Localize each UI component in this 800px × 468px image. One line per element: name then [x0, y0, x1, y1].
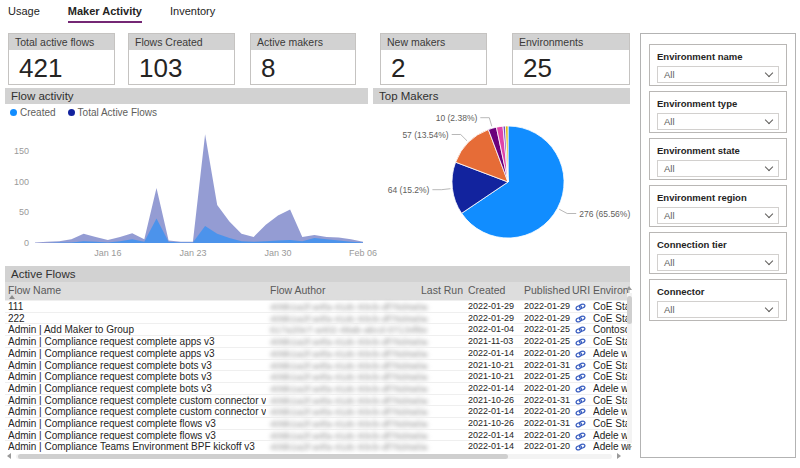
filter-card: Environment region All	[649, 185, 787, 227]
kpi-value: 25	[513, 50, 629, 82]
filter-selected-value: All	[664, 210, 675, 221]
legend-item-created[interactable]: Created	[10, 107, 56, 118]
filter-dropdown[interactable]: All	[657, 301, 779, 318]
legend-dot-created	[10, 109, 17, 116]
legend-label: Total Active Flows	[78, 107, 157, 118]
col-last-run[interactable]: Last Run	[411, 284, 463, 296]
link-icon	[575, 337, 586, 347]
filter-label: Connector	[650, 280, 786, 297]
chevron-down-icon	[765, 257, 773, 265]
link-icon	[575, 419, 586, 429]
col-uri[interactable]: URI	[572, 284, 592, 296]
top-makers-pie-chart[interactable]: 276 (65.56%)64 (15.2%)57 (13.54%)10 (2.3…	[373, 104, 630, 258]
table-row[interactable]: 222 409b1a2f-a4fa-41dc-93cb-df76d4a0acc8…	[5, 312, 630, 324]
uri-link-icon[interactable]	[575, 441, 589, 453]
link-icon	[575, 384, 586, 394]
svg-text:10 (2.38%): 10 (2.38%)	[436, 113, 478, 123]
kpi-card: Environments 25	[512, 33, 630, 85]
col-flow-name[interactable]: Flow Name	[8, 284, 208, 296]
table-row[interactable]: Admin | Compliance request complete apps…	[5, 347, 630, 359]
chevron-down-icon	[765, 116, 773, 124]
table-row[interactable]: 111 409b1a2f-a4fa-41dc-93cb-df76d4a0acc8…	[5, 300, 630, 312]
filter-pane: Environment name All Environment type Al…	[640, 33, 796, 458]
legend-item-total-active-flows[interactable]: Total Active Flows	[68, 107, 157, 118]
filter-label: Connection tier	[650, 233, 786, 250]
tab-usage[interactable]: Usage	[8, 5, 40, 23]
table-row[interactable]: Admin | Compliance request complete bots…	[5, 359, 630, 371]
table-row[interactable]: Admin | Compliance request complete cust…	[5, 405, 630, 417]
report-tab-bar: Usage Maker Activity Inventory	[8, 5, 215, 23]
chevron-down-icon	[765, 69, 773, 77]
table-scroll-up-icon[interactable]	[626, 286, 632, 290]
table-row[interactable]: Admin | Add Maker to Group 617a20e7-a402…	[5, 323, 630, 335]
table-row[interactable]: Admin | Compliance request complete flow…	[5, 429, 630, 441]
svg-text:57 (13.54%): 57 (13.54%)	[402, 130, 448, 140]
kpi-card: Active makers 8	[250, 33, 356, 85]
filter-dropdown[interactable]: All	[657, 254, 779, 271]
table-scroll-down-icon[interactable]	[626, 446, 632, 450]
table-row[interactable]: Admin | Compliance request complete bots…	[5, 370, 630, 382]
filter-dropdown[interactable]: All	[657, 66, 779, 83]
svg-text:Jan 30: Jan 30	[264, 248, 291, 258]
published-cell: 2022-01-20	[524, 441, 576, 453]
svg-text:64 (15.2%): 64 (15.2%)	[388, 185, 430, 195]
link-icon	[575, 396, 586, 406]
top-makers-panel-title: Top Makers	[373, 88, 630, 104]
filter-dropdown[interactable]: All	[657, 113, 779, 130]
col-created[interactable]: Created	[468, 284, 518, 296]
chevron-down-icon	[765, 210, 773, 218]
svg-text:150: 150	[14, 146, 29, 156]
tab-inventory[interactable]: Inventory	[170, 5, 215, 23]
filter-label: Environment state	[650, 139, 786, 156]
filter-label: Environment region	[650, 186, 786, 203]
filter-card: Environment type All	[649, 91, 787, 133]
table-horizontal-scroll-thumb[interactable]	[18, 454, 508, 459]
filter-selected-value: All	[664, 304, 675, 315]
table-row[interactable]: Admin | Compliance request complete flow…	[5, 417, 630, 429]
sort-ascending-icon	[9, 295, 15, 299]
svg-text:Jan 23: Jan 23	[179, 248, 206, 258]
kpi-title: Total active flows	[9, 34, 114, 50]
chevron-down-icon	[765, 163, 773, 171]
link-icon	[575, 302, 586, 312]
link-icon	[575, 325, 586, 335]
kpi-title: Active makers	[251, 34, 355, 50]
table-vertical-scroll-thumb[interactable]	[627, 296, 632, 324]
svg-text:0: 0	[24, 238, 29, 248]
filter-selected-value: All	[664, 163, 675, 174]
filter-dropdown[interactable]: All	[657, 160, 779, 177]
flow-activity-legend: Created Total Active Flows	[10, 107, 157, 118]
filter-card: Connection tier All	[649, 232, 787, 274]
tab-maker-activity[interactable]: Maker Activity	[68, 5, 142, 23]
table-row[interactable]: Admin | Compliance request complete cust…	[5, 394, 630, 406]
table-row[interactable]: Admin | Compliance request complete bots…	[5, 382, 630, 394]
kpi-card: New makers 2	[380, 33, 487, 85]
col-flow-author[interactable]: Flow Author	[270, 284, 390, 296]
kpi-title: Flows Created	[129, 34, 234, 50]
kpi-card: Total active flows 421	[8, 33, 115, 85]
kpi-value: 8	[251, 50, 355, 82]
link-icon	[575, 349, 586, 359]
flow-activity-panel-title: Flow activity	[5, 88, 368, 104]
table-scroll-left-icon[interactable]	[7, 453, 11, 459]
flow-activity-area-chart[interactable]: 050100150Jan 16Jan 23Jan 30Feb 06	[5, 120, 368, 260]
col-environment[interactable]: Environment	[593, 284, 629, 296]
filter-dropdown[interactable]: All	[657, 207, 779, 224]
table-row[interactable]: Admin | Compliance Teams Environment BPF…	[5, 440, 630, 452]
link-icon	[575, 314, 586, 324]
svg-text:276 (65.56%): 276 (65.56%)	[579, 209, 630, 219]
svg-text:100: 100	[14, 177, 29, 187]
table-header: Flow Name Flow Author Last Run Created P…	[5, 282, 630, 300]
table-scroll-right-icon[interactable]	[617, 453, 621, 459]
kpi-value: 103	[129, 50, 234, 82]
maker-activity-dashboard: Usage Maker Activity Inventory Total act…	[0, 0, 800, 468]
flow-author-redacted: 409b1a2f-a4fa-41dc-93cb-df76d4a0acc8	[270, 441, 428, 453]
table-row[interactable]: Admin | Compliance request complete apps…	[5, 335, 630, 347]
legend-label: Created	[20, 107, 56, 118]
col-published[interactable]: Published	[524, 284, 576, 296]
created-cell: 2022-01-14	[468, 441, 520, 453]
link-icon	[575, 361, 586, 371]
filter-label: Environment type	[650, 92, 786, 109]
filter-card: Environment state All	[649, 138, 787, 180]
filter-card: Environment name All	[649, 44, 787, 86]
